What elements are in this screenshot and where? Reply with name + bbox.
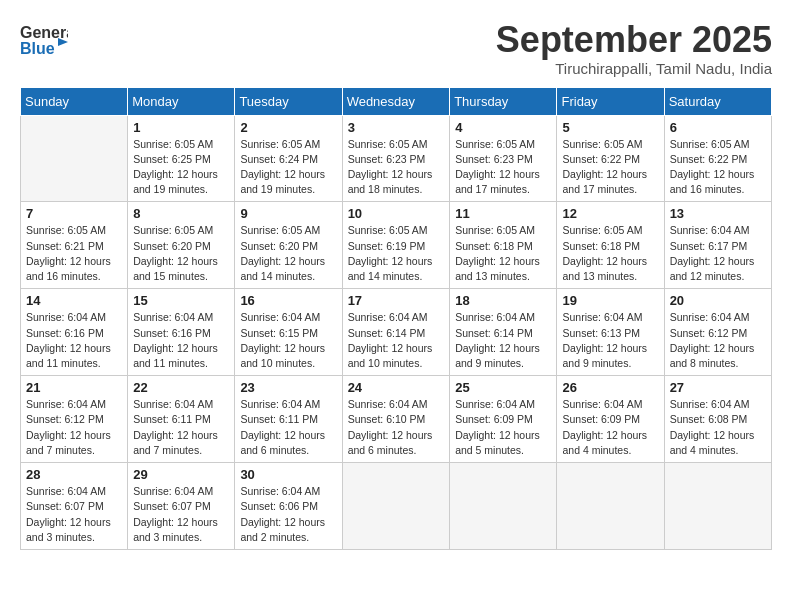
calendar-day-cell: 26Sunrise: 6:04 AM Sunset: 6:09 PM Dayli… [557, 376, 664, 463]
day-info: Sunrise: 6:04 AM Sunset: 6:11 PM Dayligh… [240, 397, 336, 458]
day-number: 26 [562, 380, 658, 395]
calendar-day-cell: 6Sunrise: 6:05 AM Sunset: 6:22 PM Daylig… [664, 115, 771, 202]
day-info: Sunrise: 6:04 AM Sunset: 6:09 PM Dayligh… [455, 397, 551, 458]
weekday-header: Sunday [21, 87, 128, 115]
calendar-day-cell [21, 115, 128, 202]
calendar-day-cell [450, 463, 557, 550]
day-number: 3 [348, 120, 445, 135]
calendar-day-cell: 29Sunrise: 6:04 AM Sunset: 6:07 PM Dayli… [128, 463, 235, 550]
calendar-day-cell: 10Sunrise: 6:05 AM Sunset: 6:19 PM Dayli… [342, 202, 450, 289]
calendar-day-cell: 17Sunrise: 6:04 AM Sunset: 6:14 PM Dayli… [342, 289, 450, 376]
calendar-day-cell [557, 463, 664, 550]
month-title: September 2025 [496, 20, 772, 60]
day-info: Sunrise: 6:04 AM Sunset: 6:10 PM Dayligh… [348, 397, 445, 458]
day-number: 10 [348, 206, 445, 221]
calendar-day-cell: 14Sunrise: 6:04 AM Sunset: 6:16 PM Dayli… [21, 289, 128, 376]
day-number: 17 [348, 293, 445, 308]
day-number: 13 [670, 206, 766, 221]
calendar-day-cell: 11Sunrise: 6:05 AM Sunset: 6:18 PM Dayli… [450, 202, 557, 289]
day-info: Sunrise: 6:05 AM Sunset: 6:23 PM Dayligh… [455, 137, 551, 198]
weekday-header: Tuesday [235, 87, 342, 115]
day-number: 30 [240, 467, 336, 482]
calendar-week-row: 28Sunrise: 6:04 AM Sunset: 6:07 PM Dayli… [21, 463, 772, 550]
calendar-day-cell: 22Sunrise: 6:04 AM Sunset: 6:11 PM Dayli… [128, 376, 235, 463]
calendar-day-cell: 23Sunrise: 6:04 AM Sunset: 6:11 PM Dayli… [235, 376, 342, 463]
calendar-week-row: 7Sunrise: 6:05 AM Sunset: 6:21 PM Daylig… [21, 202, 772, 289]
calendar-day-cell: 7Sunrise: 6:05 AM Sunset: 6:21 PM Daylig… [21, 202, 128, 289]
day-info: Sunrise: 6:04 AM Sunset: 6:07 PM Dayligh… [26, 484, 122, 545]
calendar-table: SundayMondayTuesdayWednesdayThursdayFrid… [20, 87, 772, 550]
day-info: Sunrise: 6:04 AM Sunset: 6:14 PM Dayligh… [348, 310, 445, 371]
logo-icon: General Blue [20, 20, 68, 62]
day-number: 23 [240, 380, 336, 395]
day-info: Sunrise: 6:05 AM Sunset: 6:24 PM Dayligh… [240, 137, 336, 198]
weekday-header: Thursday [450, 87, 557, 115]
calendar-day-cell: 28Sunrise: 6:04 AM Sunset: 6:07 PM Dayli… [21, 463, 128, 550]
calendar-week-row: 21Sunrise: 6:04 AM Sunset: 6:12 PM Dayli… [21, 376, 772, 463]
day-info: Sunrise: 6:04 AM Sunset: 6:08 PM Dayligh… [670, 397, 766, 458]
calendar-day-cell: 16Sunrise: 6:04 AM Sunset: 6:15 PM Dayli… [235, 289, 342, 376]
calendar-week-row: 1Sunrise: 6:05 AM Sunset: 6:25 PM Daylig… [21, 115, 772, 202]
day-info: Sunrise: 6:04 AM Sunset: 6:12 PM Dayligh… [26, 397, 122, 458]
day-number: 20 [670, 293, 766, 308]
day-info: Sunrise: 6:05 AM Sunset: 6:19 PM Dayligh… [348, 223, 445, 284]
day-number: 8 [133, 206, 229, 221]
calendar-day-cell: 9Sunrise: 6:05 AM Sunset: 6:20 PM Daylig… [235, 202, 342, 289]
calendar-day-cell: 24Sunrise: 6:04 AM Sunset: 6:10 PM Dayli… [342, 376, 450, 463]
calendar-day-cell: 20Sunrise: 6:04 AM Sunset: 6:12 PM Dayli… [664, 289, 771, 376]
day-info: Sunrise: 6:04 AM Sunset: 6:15 PM Dayligh… [240, 310, 336, 371]
day-number: 19 [562, 293, 658, 308]
day-info: Sunrise: 6:04 AM Sunset: 6:17 PM Dayligh… [670, 223, 766, 284]
calendar-day-cell [664, 463, 771, 550]
day-number: 22 [133, 380, 229, 395]
calendar-day-cell: 4Sunrise: 6:05 AM Sunset: 6:23 PM Daylig… [450, 115, 557, 202]
day-number: 25 [455, 380, 551, 395]
calendar-day-cell: 12Sunrise: 6:05 AM Sunset: 6:18 PM Dayli… [557, 202, 664, 289]
day-number: 16 [240, 293, 336, 308]
day-info: Sunrise: 6:04 AM Sunset: 6:13 PM Dayligh… [562, 310, 658, 371]
calendar-day-cell: 21Sunrise: 6:04 AM Sunset: 6:12 PM Dayli… [21, 376, 128, 463]
title-area: September 2025 Tiruchirappalli, Tamil Na… [496, 20, 772, 77]
calendar-day-cell [342, 463, 450, 550]
day-info: Sunrise: 6:05 AM Sunset: 6:22 PM Dayligh… [670, 137, 766, 198]
day-info: Sunrise: 6:04 AM Sunset: 6:16 PM Dayligh… [26, 310, 122, 371]
day-number: 4 [455, 120, 551, 135]
day-number: 12 [562, 206, 658, 221]
day-info: Sunrise: 6:04 AM Sunset: 6:16 PM Dayligh… [133, 310, 229, 371]
day-info: Sunrise: 6:05 AM Sunset: 6:21 PM Dayligh… [26, 223, 122, 284]
day-info: Sunrise: 6:04 AM Sunset: 6:14 PM Dayligh… [455, 310, 551, 371]
calendar-day-cell: 13Sunrise: 6:04 AM Sunset: 6:17 PM Dayli… [664, 202, 771, 289]
logo: General Blue [20, 20, 68, 62]
day-number: 28 [26, 467, 122, 482]
day-number: 6 [670, 120, 766, 135]
calendar-day-cell: 1Sunrise: 6:05 AM Sunset: 6:25 PM Daylig… [128, 115, 235, 202]
day-number: 27 [670, 380, 766, 395]
calendar-day-cell: 8Sunrise: 6:05 AM Sunset: 6:20 PM Daylig… [128, 202, 235, 289]
weekday-header: Monday [128, 87, 235, 115]
day-number: 11 [455, 206, 551, 221]
day-info: Sunrise: 6:05 AM Sunset: 6:18 PM Dayligh… [455, 223, 551, 284]
day-info: Sunrise: 6:04 AM Sunset: 6:07 PM Dayligh… [133, 484, 229, 545]
calendar-week-row: 14Sunrise: 6:04 AM Sunset: 6:16 PM Dayli… [21, 289, 772, 376]
svg-text:General: General [20, 24, 68, 41]
day-number: 15 [133, 293, 229, 308]
day-number: 29 [133, 467, 229, 482]
day-info: Sunrise: 6:04 AM Sunset: 6:09 PM Dayligh… [562, 397, 658, 458]
calendar-day-cell: 30Sunrise: 6:04 AM Sunset: 6:06 PM Dayli… [235, 463, 342, 550]
day-number: 2 [240, 120, 336, 135]
day-info: Sunrise: 6:04 AM Sunset: 6:11 PM Dayligh… [133, 397, 229, 458]
day-info: Sunrise: 6:05 AM Sunset: 6:18 PM Dayligh… [562, 223, 658, 284]
page-header: General Blue September 2025 Tiruchirappa… [20, 20, 772, 77]
day-info: Sunrise: 6:05 AM Sunset: 6:22 PM Dayligh… [562, 137, 658, 198]
day-number: 24 [348, 380, 445, 395]
weekday-header: Friday [557, 87, 664, 115]
day-info: Sunrise: 6:05 AM Sunset: 6:20 PM Dayligh… [133, 223, 229, 284]
day-info: Sunrise: 6:05 AM Sunset: 6:20 PM Dayligh… [240, 223, 336, 284]
weekday-header: Wednesday [342, 87, 450, 115]
calendar-day-cell: 19Sunrise: 6:04 AM Sunset: 6:13 PM Dayli… [557, 289, 664, 376]
day-number: 7 [26, 206, 122, 221]
calendar-day-cell: 18Sunrise: 6:04 AM Sunset: 6:14 PM Dayli… [450, 289, 557, 376]
day-number: 14 [26, 293, 122, 308]
calendar-day-cell: 15Sunrise: 6:04 AM Sunset: 6:16 PM Dayli… [128, 289, 235, 376]
day-number: 18 [455, 293, 551, 308]
